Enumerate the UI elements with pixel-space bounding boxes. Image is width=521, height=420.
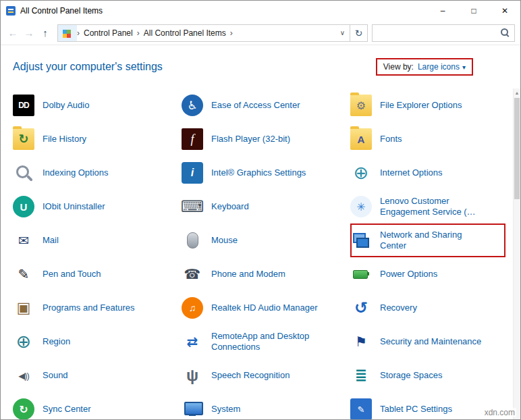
cp-item-label: Ease of Access Center [211, 100, 300, 111]
cp-item-label: Indexing Options [43, 167, 109, 178]
intel-graphics-icon: i [182, 162, 203, 184]
cp-item-mouse[interactable]: Mouse [182, 224, 350, 257]
cp-item-lenovo-ces[interactable]: ✳ Lenovo Customer Engagement Service (… [350, 190, 505, 224]
cp-item-ease-of-access[interactable]: ♿ Ease of Access Center [182, 88, 350, 122]
region-icon: ⊕ [13, 331, 34, 352]
storage-icon: ≣ [350, 365, 372, 386]
address-dropdown-icon[interactable]: ∨ [335, 29, 350, 36]
cp-item-label: Mail [43, 235, 59, 246]
view-by-dropdown[interactable]: Large icons ▾ [418, 62, 466, 72]
cp-item-mail[interactable]: ✉ Mail [13, 224, 182, 257]
tablet-pc-icon: ✎ [350, 398, 372, 420]
address-bar[interactable]: › Control Panel › All Control Panel Item… [57, 24, 350, 42]
cp-item-internet-options[interactable]: ⊕ Internet Options [350, 156, 505, 190]
internet-options-icon: ⊕ [350, 162, 372, 184]
cp-item-storage[interactable]: ≣ Storage Spaces [350, 359, 505, 392]
keyboard-icon: ⌨ [182, 196, 203, 217]
realtek-icon: ♫ [182, 297, 203, 319]
watermark: xdn.com [483, 408, 516, 417]
cp-item-intel-graphics[interactable]: i Intel® Graphics Settings [182, 156, 350, 190]
view-by-value: Large icons [418, 62, 460, 72]
fonts-icon: A [350, 128, 372, 150]
cp-item-pen-touch[interactable]: ✎ Pen and Touch [13, 257, 182, 291]
cp-item-label: Recovery [380, 303, 417, 313]
cp-item-fonts[interactable]: A Fonts [350, 122, 505, 156]
cp-item-label: Flash Player (32-bit) [211, 134, 290, 145]
cp-item-label: Storage Spaces [380, 370, 443, 381]
minimize-button[interactable]: – [427, 1, 458, 21]
cp-item-label: Dolby Audio [43, 100, 89, 111]
programs-features-icon: ▣ [13, 297, 34, 319]
network-sharing-icon [350, 230, 372, 251]
cp-item-file-history[interactable]: ↻ File History [13, 122, 182, 156]
search-input[interactable] [377, 28, 501, 38]
control-panel-app-icon [6, 6, 16, 16]
cp-item-speech[interactable]: ψ Speech Recognition [182, 359, 350, 392]
cp-item-dolby[interactable]: DD Dolby Audio [13, 88, 182, 122]
cp-item-system[interactable]: System [182, 392, 350, 420]
flash-player-icon: f [182, 128, 203, 150]
file-explorer-options-icon: ⚙ [350, 95, 372, 116]
scroll-up-icon[interactable]: ▲ [514, 88, 520, 97]
cp-item-tablet-pc[interactable]: ✎ Tablet PC Settings [350, 392, 505, 420]
cp-item-remoteapp[interactable]: ⇄ RemoteApp and Desktop Connections [182, 325, 350, 359]
page-header: Adjust your computer's settings View by:… [1, 45, 520, 88]
mouse-icon [182, 230, 203, 251]
search-box[interactable] [372, 24, 515, 42]
cp-item-label: Lenovo Customer Engagement Service (… [380, 196, 489, 218]
cp-item-label: Fonts [380, 134, 402, 145]
power-icon [350, 263, 372, 285]
system-icon [182, 398, 203, 420]
cp-item-label: Sound [43, 370, 68, 381]
cp-item-network-sharing[interactable]: Network and Sharing Center [350, 224, 505, 257]
window-title: All Control Panel Items [20, 6, 103, 16]
cp-item-power[interactable]: Power Options [350, 257, 505, 291]
cp-item-label: Intel® Graphics Settings [211, 167, 306, 178]
lenovo-ces-icon: ✳ [350, 196, 372, 217]
breadcrumb-control-panel[interactable]: Control Panel [80, 28, 137, 38]
cp-item-label: Network and Sharing Center [380, 230, 489, 252]
maximize-button[interactable]: □ [458, 1, 489, 21]
cp-item-keyboard[interactable]: ⌨ Keyboard [182, 190, 350, 224]
titlebar: All Control Panel Items – □ ✕ [1, 1, 520, 21]
items-grid: DD Dolby Audio ♿ Ease of Access Center ⚙… [1, 88, 520, 420]
up-button[interactable]: ↑ [37, 25, 53, 41]
cp-item-iobit[interactable]: U IObit Uninstaller [13, 190, 182, 224]
phone-modem-icon: ☎ [182, 263, 203, 285]
cp-item-security-maintenance[interactable]: ⚑ Security and Maintenance [350, 325, 505, 359]
cp-item-label: Tablet PC Settings [380, 404, 452, 415]
search-icon [501, 28, 510, 37]
breadcrumb-separator[interactable]: › [230, 28, 233, 38]
speech-icon: ψ [182, 365, 203, 386]
control-panel-window: All Control Panel Items – □ ✕ ← → ↑ › Co… [0, 0, 521, 420]
forward-button[interactable]: → [21, 25, 37, 41]
chevron-down-icon: ▾ [462, 63, 466, 71]
cp-item-region[interactable]: ⊕ Region [13, 325, 182, 359]
sync-icon: ↻ [13, 398, 34, 420]
cp-item-phone-modem[interactable]: ☎ Phone and Modem [182, 257, 350, 291]
page-title: Adjust your computer's settings [13, 61, 163, 73]
cp-item-label: Security and Maintenance [380, 336, 481, 347]
recovery-icon: ↺ [350, 297, 372, 319]
mail-icon: ✉ [13, 230, 34, 251]
breadcrumb-all-control-panel-items[interactable]: All Control Panel Items [140, 28, 230, 38]
vertical-scrollbar[interactable]: ▲ [513, 88, 520, 419]
cp-item-sync[interactable]: ↻ Sync Center [13, 392, 182, 420]
cp-item-recovery[interactable]: ↺ Recovery [350, 291, 505, 325]
cp-item-label: Phone and Modem [211, 269, 285, 280]
scrollbar-thumb[interactable] [514, 98, 520, 199]
cp-item-indexing[interactable]: Indexing Options [13, 156, 182, 190]
cp-item-file-explorer-options[interactable]: ⚙ File Explorer Options [350, 88, 505, 122]
cp-item-flash-player[interactable]: f Flash Player (32-bit) [182, 122, 350, 156]
cp-item-label: Keyboard [211, 201, 249, 212]
cp-item-label: System [211, 404, 240, 415]
refresh-button[interactable]: ↻ [350, 24, 368, 42]
address-icon-segment[interactable] [58, 25, 77, 41]
cp-item-label: Power Options [380, 269, 437, 280]
cp-item-label: Mouse [211, 235, 238, 246]
cp-item-sound[interactable]: ◀)) Sound [13, 359, 182, 392]
back-button[interactable]: ← [5, 25, 21, 41]
close-button[interactable]: ✕ [489, 1, 520, 21]
cp-item-realtek[interactable]: ♫ Realtek HD Audio Manager [182, 291, 350, 325]
cp-item-programs-features[interactable]: ▣ Programs and Features [13, 291, 182, 325]
